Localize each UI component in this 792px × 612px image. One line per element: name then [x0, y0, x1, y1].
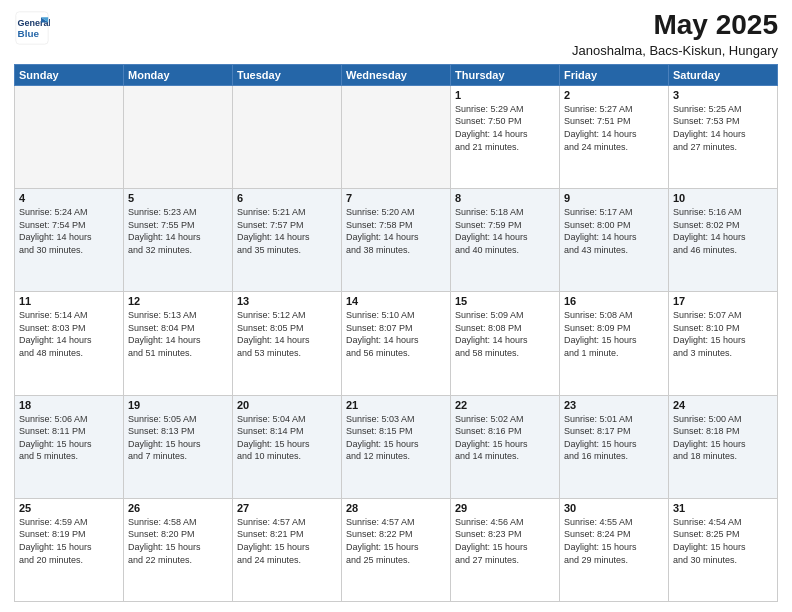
- day-number: 8: [455, 192, 555, 204]
- week-row-1: 1Sunrise: 5:29 AM Sunset: 7:50 PM Daylig…: [15, 85, 778, 188]
- day-info: Sunrise: 5:01 AM Sunset: 8:17 PM Dayligh…: [564, 413, 664, 463]
- header-saturday: Saturday: [669, 64, 778, 85]
- table-cell: [124, 85, 233, 188]
- day-number: 3: [673, 89, 773, 101]
- svg-text:Blue: Blue: [18, 28, 40, 39]
- day-info: Sunrise: 4:59 AM Sunset: 8:19 PM Dayligh…: [19, 516, 119, 566]
- day-info: Sunrise: 4:57 AM Sunset: 8:22 PM Dayligh…: [346, 516, 446, 566]
- day-info: Sunrise: 5:13 AM Sunset: 8:04 PM Dayligh…: [128, 309, 228, 359]
- table-cell: 28Sunrise: 4:57 AM Sunset: 8:22 PM Dayli…: [342, 498, 451, 601]
- week-row-2: 4Sunrise: 5:24 AM Sunset: 7:54 PM Daylig…: [15, 189, 778, 292]
- table-cell: 9Sunrise: 5:17 AM Sunset: 8:00 PM Daylig…: [560, 189, 669, 292]
- day-info: Sunrise: 5:21 AM Sunset: 7:57 PM Dayligh…: [237, 206, 337, 256]
- logo: General Blue: [14, 10, 50, 46]
- table-cell: [15, 85, 124, 188]
- table-cell: 22Sunrise: 5:02 AM Sunset: 8:16 PM Dayli…: [451, 395, 560, 498]
- day-number: 12: [128, 295, 228, 307]
- table-cell: 1Sunrise: 5:29 AM Sunset: 7:50 PM Daylig…: [451, 85, 560, 188]
- day-info: Sunrise: 5:25 AM Sunset: 7:53 PM Dayligh…: [673, 103, 773, 153]
- day-number: 21: [346, 399, 446, 411]
- day-info: Sunrise: 5:12 AM Sunset: 8:05 PM Dayligh…: [237, 309, 337, 359]
- day-number: 7: [346, 192, 446, 204]
- day-number: 30: [564, 502, 664, 514]
- day-number: 18: [19, 399, 119, 411]
- week-row-3: 11Sunrise: 5:14 AM Sunset: 8:03 PM Dayli…: [15, 292, 778, 395]
- day-info: Sunrise: 5:02 AM Sunset: 8:16 PM Dayligh…: [455, 413, 555, 463]
- day-number: 22: [455, 399, 555, 411]
- day-number: 1: [455, 89, 555, 101]
- day-info: Sunrise: 5:16 AM Sunset: 8:02 PM Dayligh…: [673, 206, 773, 256]
- header-monday: Monday: [124, 64, 233, 85]
- day-info: Sunrise: 5:04 AM Sunset: 8:14 PM Dayligh…: [237, 413, 337, 463]
- calendar-table: Sunday Monday Tuesday Wednesday Thursday…: [14, 64, 778, 602]
- table-cell: 23Sunrise: 5:01 AM Sunset: 8:17 PM Dayli…: [560, 395, 669, 498]
- day-info: Sunrise: 5:08 AM Sunset: 8:09 PM Dayligh…: [564, 309, 664, 359]
- table-cell: 21Sunrise: 5:03 AM Sunset: 8:15 PM Dayli…: [342, 395, 451, 498]
- day-info: Sunrise: 5:17 AM Sunset: 8:00 PM Dayligh…: [564, 206, 664, 256]
- day-info: Sunrise: 5:10 AM Sunset: 8:07 PM Dayligh…: [346, 309, 446, 359]
- table-cell: 30Sunrise: 4:55 AM Sunset: 8:24 PM Dayli…: [560, 498, 669, 601]
- table-cell: 25Sunrise: 4:59 AM Sunset: 8:19 PM Dayli…: [15, 498, 124, 601]
- page: General Blue May 2025 Janoshalma, Bacs-K…: [0, 0, 792, 612]
- day-info: Sunrise: 5:24 AM Sunset: 7:54 PM Dayligh…: [19, 206, 119, 256]
- table-cell: 31Sunrise: 4:54 AM Sunset: 8:25 PM Dayli…: [669, 498, 778, 601]
- header-thursday: Thursday: [451, 64, 560, 85]
- table-cell: 4Sunrise: 5:24 AM Sunset: 7:54 PM Daylig…: [15, 189, 124, 292]
- day-number: 4: [19, 192, 119, 204]
- table-cell: 10Sunrise: 5:16 AM Sunset: 8:02 PM Dayli…: [669, 189, 778, 292]
- day-number: 28: [346, 502, 446, 514]
- table-cell: 16Sunrise: 5:08 AM Sunset: 8:09 PM Dayli…: [560, 292, 669, 395]
- table-cell: 24Sunrise: 5:00 AM Sunset: 8:18 PM Dayli…: [669, 395, 778, 498]
- table-cell: 14Sunrise: 5:10 AM Sunset: 8:07 PM Dayli…: [342, 292, 451, 395]
- table-cell: 17Sunrise: 5:07 AM Sunset: 8:10 PM Dayli…: [669, 292, 778, 395]
- day-info: Sunrise: 5:06 AM Sunset: 8:11 PM Dayligh…: [19, 413, 119, 463]
- table-cell: 15Sunrise: 5:09 AM Sunset: 8:08 PM Dayli…: [451, 292, 560, 395]
- title-block: May 2025 Janoshalma, Bacs-Kiskun, Hungar…: [572, 10, 778, 58]
- day-info: Sunrise: 4:55 AM Sunset: 8:24 PM Dayligh…: [564, 516, 664, 566]
- table-cell: 11Sunrise: 5:14 AM Sunset: 8:03 PM Dayli…: [15, 292, 124, 395]
- day-info: Sunrise: 5:14 AM Sunset: 8:03 PM Dayligh…: [19, 309, 119, 359]
- day-info: Sunrise: 5:23 AM Sunset: 7:55 PM Dayligh…: [128, 206, 228, 256]
- main-title: May 2025: [572, 10, 778, 41]
- day-number: 14: [346, 295, 446, 307]
- week-row-5: 25Sunrise: 4:59 AM Sunset: 8:19 PM Dayli…: [15, 498, 778, 601]
- table-cell: 5Sunrise: 5:23 AM Sunset: 7:55 PM Daylig…: [124, 189, 233, 292]
- day-number: 25: [19, 502, 119, 514]
- day-info: Sunrise: 5:05 AM Sunset: 8:13 PM Dayligh…: [128, 413, 228, 463]
- day-info: Sunrise: 5:29 AM Sunset: 7:50 PM Dayligh…: [455, 103, 555, 153]
- day-number: 23: [564, 399, 664, 411]
- day-info: Sunrise: 5:27 AM Sunset: 7:51 PM Dayligh…: [564, 103, 664, 153]
- table-cell: 8Sunrise: 5:18 AM Sunset: 7:59 PM Daylig…: [451, 189, 560, 292]
- header-wednesday: Wednesday: [342, 64, 451, 85]
- day-number: 31: [673, 502, 773, 514]
- table-cell: 7Sunrise: 5:20 AM Sunset: 7:58 PM Daylig…: [342, 189, 451, 292]
- day-info: Sunrise: 4:56 AM Sunset: 8:23 PM Dayligh…: [455, 516, 555, 566]
- table-cell: 2Sunrise: 5:27 AM Sunset: 7:51 PM Daylig…: [560, 85, 669, 188]
- day-number: 19: [128, 399, 228, 411]
- day-number: 11: [19, 295, 119, 307]
- table-cell: 6Sunrise: 5:21 AM Sunset: 7:57 PM Daylig…: [233, 189, 342, 292]
- day-info: Sunrise: 4:58 AM Sunset: 8:20 PM Dayligh…: [128, 516, 228, 566]
- day-info: Sunrise: 5:18 AM Sunset: 7:59 PM Dayligh…: [455, 206, 555, 256]
- table-cell: 3Sunrise: 5:25 AM Sunset: 7:53 PM Daylig…: [669, 85, 778, 188]
- table-cell: 13Sunrise: 5:12 AM Sunset: 8:05 PM Dayli…: [233, 292, 342, 395]
- day-number: 27: [237, 502, 337, 514]
- day-info: Sunrise: 5:03 AM Sunset: 8:15 PM Dayligh…: [346, 413, 446, 463]
- day-info: Sunrise: 5:00 AM Sunset: 8:18 PM Dayligh…: [673, 413, 773, 463]
- day-number: 13: [237, 295, 337, 307]
- table-cell: [233, 85, 342, 188]
- header: General Blue May 2025 Janoshalma, Bacs-K…: [14, 10, 778, 58]
- table-cell: 26Sunrise: 4:58 AM Sunset: 8:20 PM Dayli…: [124, 498, 233, 601]
- header-sunday: Sunday: [15, 64, 124, 85]
- day-number: 6: [237, 192, 337, 204]
- table-cell: [342, 85, 451, 188]
- day-number: 9: [564, 192, 664, 204]
- header-tuesday: Tuesday: [233, 64, 342, 85]
- logo-icon: General Blue: [14, 10, 50, 46]
- day-info: Sunrise: 5:09 AM Sunset: 8:08 PM Dayligh…: [455, 309, 555, 359]
- table-cell: 12Sunrise: 5:13 AM Sunset: 8:04 PM Dayli…: [124, 292, 233, 395]
- header-friday: Friday: [560, 64, 669, 85]
- day-info: Sunrise: 5:07 AM Sunset: 8:10 PM Dayligh…: [673, 309, 773, 359]
- day-number: 2: [564, 89, 664, 101]
- table-cell: 29Sunrise: 4:56 AM Sunset: 8:23 PM Dayli…: [451, 498, 560, 601]
